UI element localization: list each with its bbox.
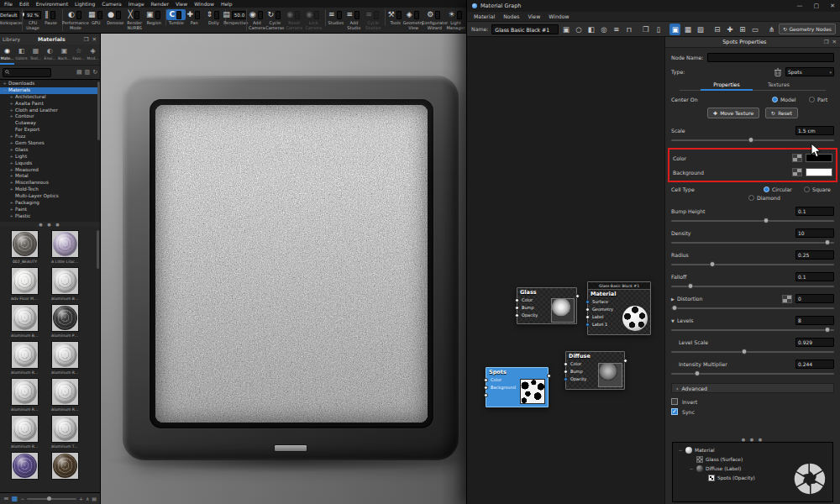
gpu-button[interactable]: ▦ GPU [87, 9, 106, 26]
tree-item-gem-stones[interactable]: + Gem Stones [0, 140, 100, 147]
tree-item-architectural[interactable]: + Architectural [0, 94, 100, 101]
menu-item[interactable]: Help [221, 1, 233, 7]
distortion-input[interactable]: 0 [795, 294, 834, 303]
tree-item-paint[interactable]: + Paint [0, 207, 100, 213]
tree-item-mold-tech[interactable]: + Mold-Tech [0, 186, 100, 193]
tree-expander[interactable]: + [9, 154, 13, 160]
port-dot[interactable] [585, 323, 590, 327]
folder-icon[interactable]: ▤ [92, 493, 97, 504]
properties-splitter[interactable]: ● ● ● [671, 436, 834, 442]
material-thumb[interactable] [11, 452, 39, 486]
denoise-button[interactable]: ● Denoise [106, 9, 125, 26]
node-name-input[interactable] [707, 53, 834, 62]
material-thumb[interactable]: 002_BEAUTY [11, 230, 39, 265]
close-button[interactable]: ✕ [830, 3, 835, 9]
spots-output-port[interactable] [547, 374, 551, 378]
tab-models[interactable]: ◈ Mod... [86, 45, 100, 65]
tree-expander[interactable]: + [9, 173, 13, 180]
distortion-expander[interactable]: ▶ [671, 297, 677, 302]
render-preview-icon[interactable]: ◎ [598, 24, 609, 35]
close-panel-icon[interactable]: ✕ [92, 36, 97, 43]
reset-camera-button[interactable]: ◉ Reset Camera [285, 9, 304, 31]
tree-expander[interactable]: − [689, 466, 694, 471]
advanced-section-toggle[interactable]: › Advanced [671, 383, 834, 393]
fit-view-icon[interactable]: ⊞ [737, 24, 748, 35]
save-material-icon[interactable]: ▣ [560, 24, 571, 35]
level-scale-input[interactable]: 0.929 [795, 338, 834, 347]
tree-item-liquids[interactable]: + Liquids [0, 160, 100, 167]
tab-textures[interactable]: ▦ Text... [29, 45, 43, 65]
bump-height-input[interactable]: 0.1 [795, 207, 834, 216]
distortion-slider[interactable] [671, 305, 834, 312]
levels-slider[interactable] [671, 327, 834, 333]
graph-menu-item[interactable]: Nodes [503, 13, 519, 19]
falloff-slider[interactable] [671, 283, 834, 290]
region-button[interactable]: ▣ Region [144, 9, 164, 26]
tab-materials[interactable]: ◉ Mate... [0, 45, 14, 65]
cycle-studios-button[interactable]: ≡ Cycle Studios [364, 9, 383, 31]
import-folder-icon[interactable]: ▤ [76, 69, 82, 76]
window-titlebar[interactable]: Material Graph — ▢ ✕ [467, 0, 840, 12]
tree-item-plastic[interactable]: + Plastic [0, 213, 100, 220]
tree-item-miscellaneous[interactable]: + Miscellaneous [0, 180, 100, 186]
port-dot[interactable] [564, 377, 568, 381]
tree-item-packaging[interactable]: + Packaging [0, 200, 100, 207]
duplicate-icon[interactable]: ❐ [640, 24, 651, 35]
distortion-texture-icon[interactable] [782, 295, 792, 303]
configurator-wizard-button[interactable]: ⚙ Configurator Wizard [423, 9, 446, 31]
tree-expander[interactable]: + [9, 134, 13, 140]
background-swatch[interactable] [806, 168, 832, 176]
graph-menu-item[interactable]: Window [549, 13, 569, 19]
actual-size-icon[interactable]: ▭ [749, 24, 760, 35]
performance-mode-button[interactable]: ◐ Performance Mode [62, 9, 87, 31]
show-preview-icon[interactable]: ▣ [669, 24, 680, 35]
invert-checkbox[interactable] [671, 398, 678, 405]
material-sphere-icon[interactable]: ○ [573, 24, 584, 35]
material-thumb[interactable]: A Little Lilac_74NST [51, 230, 79, 265]
tree-item-glass[interactable]: + Glass [0, 147, 100, 154]
diffuse-node[interactable]: Diffuse Color Bump [565, 351, 625, 390]
material-thumb[interactable]: Adv Floor Modular White [11, 267, 39, 302]
close-properties-icon[interactable]: ✕ [832, 39, 837, 45]
glass-node[interactable]: Glass Color Bump [517, 287, 577, 324]
background-texture-icon[interactable] [792, 168, 802, 176]
tools-button[interactable]: ⚒ Tools [385, 9, 404, 26]
cell-diamond-radio[interactable] [748, 195, 754, 201]
workspaces-dropdown[interactable]: Default ▾ Workspaces [1, 9, 20, 26]
tree-item-for-export[interactable]: For Export [0, 127, 100, 134]
tree-expander[interactable]: − [678, 448, 683, 453]
port-dot[interactable] [484, 386, 488, 390]
radius-slider[interactable] [671, 261, 834, 268]
port-dot[interactable] [515, 298, 519, 302]
grid-scrollbar[interactable] [97, 230, 99, 269]
center-part-radio[interactable] [809, 97, 815, 102]
density-slider[interactable] [671, 239, 834, 246]
minimize-button[interactable]: — [797, 3, 803, 9]
port-dot[interactable] [564, 362, 568, 366]
color-swatch[interactable] [806, 154, 832, 162]
port-dot[interactable] [564, 370, 568, 374]
graph-menu-item[interactable]: Material [474, 13, 495, 19]
tree-expander[interactable]: + [9, 113, 13, 120]
color-texture-icon[interactable] [792, 154, 802, 162]
material-thumb[interactable]: Aluminum Rough Diamo... [11, 415, 39, 449]
lock-icon[interactable]: ⊓ [623, 24, 634, 35]
menu-item[interactable]: Render [151, 1, 169, 7]
glass-output-port[interactable] [575, 294, 580, 298]
type-dropdown[interactable]: Spots ▾ [785, 67, 834, 76]
material-thumb[interactable]: Aluminum Rough 10mm ... [11, 378, 39, 412]
port-dot[interactable] [484, 378, 488, 382]
tree-expander[interactable]: + [9, 147, 13, 154]
viewport-3d[interactable] [101, 34, 466, 504]
reset-button[interactable]: ↻ Reset [765, 108, 798, 118]
add-folder-icon[interactable]: ▥ [85, 69, 91, 76]
texture-icon[interactable]: ◧ [585, 24, 596, 35]
intensity-multiplier-slider[interactable] [671, 370, 834, 377]
pause-button[interactable]: ‖ Pause [41, 9, 60, 26]
tree-item-materials[interactable]: − Materials [0, 87, 100, 94]
tab-environments[interactable]: ◐ Envi... [43, 45, 57, 65]
menu-item[interactable]: Edit [19, 1, 29, 7]
tree-scrollbar[interactable] [97, 81, 100, 140]
tree-expander[interactable]: + [9, 213, 13, 220]
material-thumb[interactable]: Aluminum Brushed 90° [11, 304, 39, 339]
